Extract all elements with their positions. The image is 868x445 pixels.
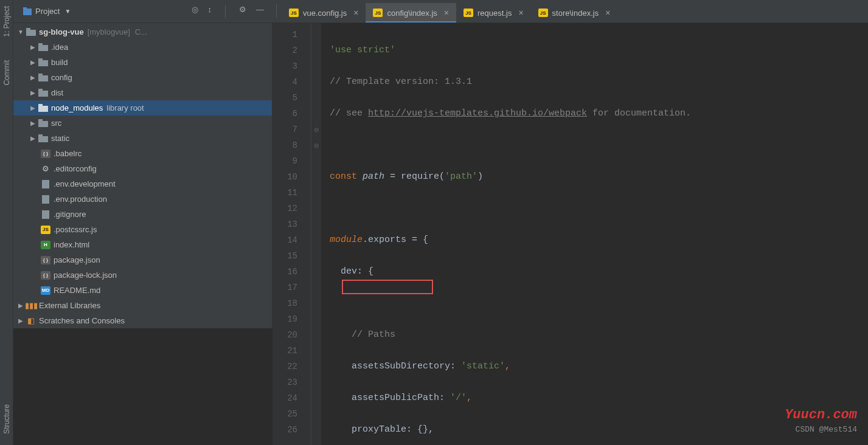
line-number: 2 — [273, 43, 311, 58]
tab-store-index[interactable]: JS store\index.js × — [531, 3, 618, 22]
t: path — [363, 171, 384, 182]
tree-file-babelrc[interactable]: { } .babelrc — [13, 146, 272, 161]
tree-file-package-json[interactable]: { } package.json — [13, 252, 272, 267]
label: build — [51, 58, 68, 67]
tree-root[interactable]: ▼ sg-blog-vue [myblogvue] C... — [13, 24, 272, 40]
file-icon — [40, 210, 51, 219]
line-number: 13 — [273, 216, 311, 232]
svg-rect-18 — [42, 180, 49, 188]
close-icon[interactable]: × — [444, 8, 449, 18]
chevron-right-icon[interactable]: ▶ — [28, 120, 38, 126]
chevron-down-icon[interactable]: ▼ — [16, 29, 26, 35]
tab-request[interactable]: JS request.js × — [456, 3, 531, 22]
file-icon — [40, 195, 51, 204]
tree-folder-config[interactable]: ▶ config — [13, 70, 272, 85]
t: , — [467, 393, 472, 403]
chevron-right-icon[interactable]: ▶ — [28, 44, 38, 50]
tree-file-readme[interactable]: MD README.md — [13, 283, 272, 298]
svg-rect-3 — [26, 28, 30, 30]
tab-vue-config[interactable]: JS vue.config.js × — [282, 3, 366, 22]
rail-structure-label[interactable]: Structure — [2, 399, 11, 439]
tree-file-gitignore[interactable]: .gitignore — [13, 207, 272, 222]
tree-scratches[interactable]: ▶ ◧ Scratches and Consoles — [13, 313, 272, 328]
project-dropdown[interactable]: Project ▼ — [17, 4, 77, 18]
highlight-box — [342, 280, 433, 294]
rail-commit-label[interactable]: Commit — [2, 55, 11, 90]
tree-file-env-prod[interactable]: .env.production — [13, 191, 272, 207]
tab-config-index[interactable]: JS config\index.js × — [366, 3, 456, 22]
tree-file-postcssrc[interactable]: JS .postcssrc.js — [13, 222, 272, 237]
code-editor[interactable]: 1 2 3 4 5 6 7 8 9 10 11 12 13 14 15 16 1 — [273, 23, 868, 445]
expand-icon[interactable]: ↕ — [208, 5, 212, 18]
close-icon[interactable]: × — [518, 8, 523, 18]
line-number: 11 — [273, 185, 311, 201]
label: .postcssrc.js — [54, 225, 97, 234]
chevron-down-icon: ▼ — [64, 8, 71, 15]
code-line: // Template version: 1.3.1 — [330, 77, 472, 87]
left-tool-rail: 1: Project Commit Structure — [0, 0, 13, 445]
scratches-icon: ◧ — [26, 316, 36, 325]
close-icon[interactable]: × — [605, 8, 610, 18]
divider — [276, 4, 277, 18]
fold-icon[interactable]: ⊖ — [311, 122, 321, 137]
chevron-right-icon[interactable]: ▶ — [28, 74, 38, 81]
json-icon: { } — [40, 150, 51, 158]
rail-project-label[interactable]: 1: Project — [2, 1, 11, 42]
svg-rect-6 — [38, 60, 48, 66]
tree-file-index-html[interactable]: H index.html — [13, 237, 272, 252]
label: .env.production — [54, 195, 107, 204]
tree-folder-build[interactable]: ▶ build — [13, 55, 272, 70]
fold-icon[interactable]: ⊖ — [311, 137, 321, 153]
watermark: CSDN @Mest514 — [796, 422, 857, 438]
link[interactable]: http://vuejs-templates.github.io/webpack — [368, 108, 587, 119]
label: .env.development — [54, 179, 116, 188]
tree-external-libs[interactable]: ▶ ▮▮▮ External Libraries — [13, 298, 272, 313]
label: .babelrc — [54, 149, 82, 158]
folder-icon — [38, 134, 49, 142]
tree-folder-node-modules[interactable]: ▶ node_modules library root — [13, 100, 272, 116]
root-name: sg-blog-vue — [39, 27, 84, 36]
t: // Paths — [330, 329, 395, 340]
tree-folder-src[interactable]: ▶ src — [13, 116, 272, 131]
line-number: 19 — [273, 311, 311, 327]
svg-rect-12 — [38, 106, 48, 112]
tab-label: request.js — [477, 9, 512, 18]
line-number: 12 — [273, 201, 311, 216]
svg-rect-20 — [42, 210, 49, 219]
hide-icon[interactable]: — — [256, 5, 264, 18]
t: const — [330, 171, 363, 182]
svg-rect-4 — [38, 45, 48, 51]
code-content[interactable]: 'use strict' // Template version: 1.3.1 … — [321, 23, 868, 445]
tree-folder-dist[interactable]: ▶ dist — [13, 85, 272, 100]
chevron-right-icon[interactable]: ▶ — [16, 317, 26, 324]
svg-rect-1 — [23, 7, 27, 9]
tree-folder-idea[interactable]: ▶ .idea — [13, 40, 272, 55]
chevron-right-icon[interactable]: ▶ — [28, 89, 38, 96]
main-area: Project ▼ ◎ ↕ ⚙ — ▼ sg-blog-vue [myblogv… — [13, 0, 868, 445]
tree-folder-static[interactable]: ▶ static — [13, 131, 272, 146]
html-icon: H — [40, 241, 51, 249]
close-icon[interactable]: × — [353, 8, 358, 18]
svg-rect-11 — [38, 89, 43, 91]
project-tree[interactable]: ▼ sg-blog-vue [myblogvue] C... ▶ .idea ▶… — [13, 23, 273, 328]
svg-rect-9 — [38, 74, 43, 76]
libraries-icon: ▮▮▮ — [26, 301, 36, 310]
chevron-right-icon[interactable]: ▶ — [28, 59, 38, 66]
t: dev: { — [330, 266, 373, 277]
tree-file-env-dev[interactable]: .env.development — [13, 176, 272, 191]
js-icon: JS — [40, 226, 51, 234]
watermark: Yuucn.com — [785, 407, 857, 423]
project-toolbar: Project ▼ ◎ ↕ ⚙ — — [13, 0, 273, 23]
gear-icon[interactable]: ⚙ — [239, 5, 246, 18]
label: Scratches and Consoles — [39, 316, 125, 325]
svg-rect-17 — [38, 134, 43, 137]
code-line: 'use strict' — [330, 45, 395, 55]
t: assetsPublicPath: — [330, 393, 450, 403]
tree-file-package-lock[interactable]: { } package-lock.json — [13, 267, 272, 283]
js-icon: JS — [373, 9, 383, 17]
chevron-right-icon[interactable]: ▶ — [28, 105, 38, 111]
svg-rect-19 — [42, 195, 49, 204]
tree-file-editorconfig[interactable]: ⚙ .editorconfig — [13, 161, 272, 176]
target-icon[interactable]: ◎ — [192, 5, 198, 18]
chevron-right-icon[interactable]: ▶ — [28, 135, 38, 142]
